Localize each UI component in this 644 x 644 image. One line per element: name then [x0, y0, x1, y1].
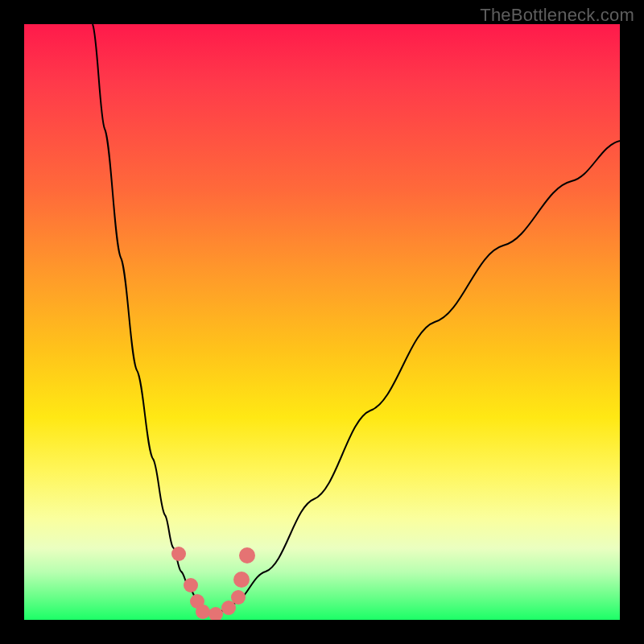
marker-m2 — [184, 578, 198, 592]
marker-m1 — [171, 547, 186, 561]
marker-m8 — [233, 572, 250, 588]
marker-m7 — [231, 590, 246, 605]
data-markers — [171, 547, 255, 620]
chart-frame: TheBottleneck.com — [0, 0, 644, 644]
marker-m6 — [221, 601, 236, 615]
marker-m9 — [239, 547, 255, 564]
plot-area — [24, 24, 620, 620]
marker-m3 — [190, 594, 204, 609]
watermark-text: TheBottleneck.com — [480, 5, 634, 26]
marker-m4 — [196, 605, 210, 619]
right-branch-curve — [213, 141, 620, 616]
curve-layer — [24, 24, 620, 620]
marker-m5 — [208, 607, 223, 620]
left-branch-curve — [93, 24, 213, 616]
